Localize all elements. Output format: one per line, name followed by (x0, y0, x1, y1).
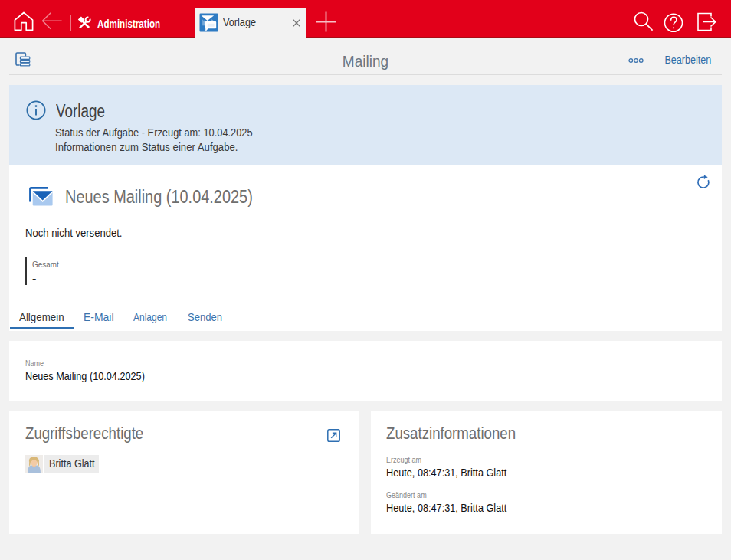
help-icon (664, 13, 683, 33)
tab-allgemein[interactable]: Allgemein (19, 310, 64, 323)
modified-value: Heute, 08:47:31, Britta Glatt (386, 502, 506, 514)
search-icon (634, 11, 654, 31)
tab-close-button[interactable] (290, 16, 303, 30)
name-field-value: Neues Mailing (10.04.2025) (25, 370, 145, 382)
member-chip[interactable]: Britta Glatt (25, 455, 99, 473)
back-arrow-icon (41, 12, 62, 30)
info-icon (26, 100, 46, 120)
search-button[interactable] (634, 11, 654, 31)
tab-label: Vorlage (223, 15, 256, 28)
stat-value: - (32, 272, 62, 286)
active-tab-vorlage[interactable]: Vorlage (195, 8, 306, 38)
tools-icon (77, 16, 92, 29)
additional-info-card: Zusatzinformationen Erzeugt am Heute, 08… (371, 411, 722, 534)
tab-anlagen[interactable]: Anlagen (133, 310, 167, 323)
refresh-button[interactable] (697, 175, 710, 189)
stat-gesamt: Gesamt - (25, 257, 62, 285)
toolbar: Mailing Bearbeiten (0, 38, 731, 75)
info-banner: Vorlage Status der Aufgabe - Erzeugt am:… (9, 85, 722, 165)
plus-icon (316, 11, 336, 32)
active-tab-underline (10, 327, 74, 329)
new-tab-button[interactable] (316, 11, 336, 32)
back-button[interactable] (41, 12, 62, 30)
banner-line1: Status der Aufgabe - Erzeugt am: 10.04.2… (55, 126, 253, 140)
top-bar: Administration Vorlage (0, 0, 731, 38)
popout-button[interactable] (327, 429, 340, 442)
name-field-label: Name (25, 359, 44, 368)
banner-line2: Informationen zum Status einer Aufgabe. (55, 140, 257, 155)
home-button[interactable] (13, 11, 34, 32)
help-button[interactable] (664, 13, 683, 33)
record-title: Neues Mailing (10.04.2025) (65, 187, 253, 208)
toolbar-separator (9, 74, 722, 75)
document-stack-icon (15, 52, 31, 67)
topbar-divider (70, 15, 71, 31)
dossier-button[interactable] (15, 52, 31, 67)
access-card-title: Zugriffsberechtigte (25, 424, 143, 444)
banner-text: Status der Aufgabe - Erzeugt am: 10.04.2… (55, 126, 270, 154)
access-card: Zugriffsberechtigte Britta Glatt (9, 411, 359, 534)
logout-button[interactable] (697, 12, 717, 31)
member-chip-label: Britta Glatt (44, 455, 99, 473)
close-icon (290, 16, 303, 30)
avatar-britta-glatt (25, 455, 43, 473)
page-title: Mailing (34, 52, 697, 70)
refresh-icon (697, 175, 710, 189)
info-card-title: Zusatzinformationen (386, 424, 516, 444)
mailing-envelope-icon (28, 186, 53, 208)
banner-title: Vorlage (56, 101, 105, 122)
vorlage-tab-icon (199, 13, 218, 32)
external-link-icon (327, 429, 340, 442)
home-icon (13, 11, 34, 32)
app-label: Administration (97, 18, 160, 30)
more-options-button[interactable] (628, 57, 644, 64)
modified-label: Geändert am (386, 490, 427, 499)
record-status: Noch nicht versendet. (25, 226, 123, 239)
tab-email[interactable]: E-Mail (84, 310, 114, 323)
logout-icon (697, 12, 717, 31)
record-section: Neues Mailing (10.04.2025) Noch nicht ve… (9, 165, 722, 331)
more-options-icon (628, 57, 644, 64)
stat-label: Gesamt (32, 260, 59, 269)
edit-button[interactable]: Bearbeiten (664, 54, 711, 66)
tab-senden[interactable]: Senden (188, 310, 222, 323)
name-card: Name Neues Mailing (10.04.2025) (9, 341, 722, 401)
created-value: Heute, 08:47:31, Britta Glatt (386, 467, 506, 479)
created-label: Erzeugt am (386, 455, 421, 464)
